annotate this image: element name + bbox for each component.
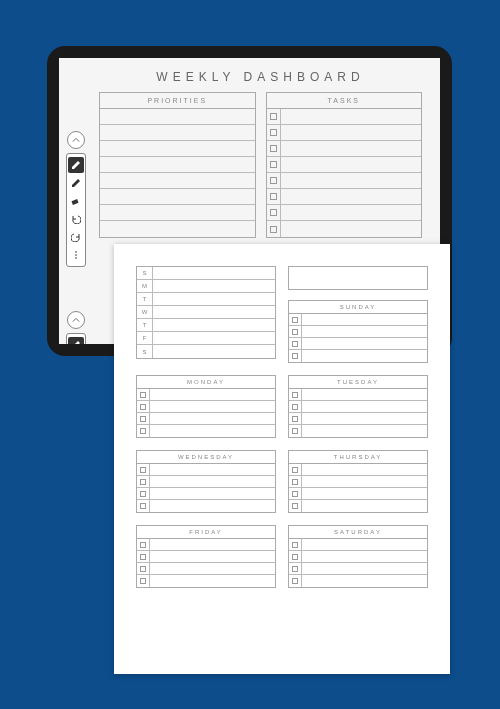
checkbox-icon[interactable]	[140, 491, 146, 497]
checkbox-icon[interactable]	[292, 416, 298, 422]
task-checkbox-cell	[267, 221, 281, 237]
day-task-line[interactable]	[137, 476, 275, 488]
day-task-line[interactable]	[137, 551, 275, 563]
checkbox-icon[interactable]	[292, 578, 298, 584]
task-line[interactable]	[267, 141, 422, 157]
checkbox-icon[interactable]	[270, 161, 277, 168]
day-task-line[interactable]	[289, 563, 427, 575]
priority-line[interactable]	[100, 141, 255, 157]
checkbox-icon[interactable]	[292, 329, 298, 335]
checkbox-icon[interactable]	[292, 491, 298, 497]
highlighter-tool-button[interactable]	[68, 175, 84, 191]
day-task-line[interactable]	[289, 476, 427, 488]
more-button[interactable]	[68, 247, 84, 263]
day-task-line[interactable]	[137, 425, 275, 437]
checkbox-icon[interactable]	[292, 554, 298, 560]
day-header: WEDNESDAY	[137, 451, 275, 464]
day-task-line[interactable]	[289, 488, 427, 500]
checkbox-icon[interactable]	[292, 467, 298, 473]
habit-row[interactable]: S	[137, 267, 275, 280]
task-line[interactable]	[267, 109, 422, 125]
priority-line[interactable]	[100, 109, 255, 125]
checkbox-icon[interactable]	[292, 353, 298, 359]
day-task-line[interactable]	[289, 425, 427, 437]
checkbox-icon[interactable]	[140, 479, 146, 485]
checkbox-icon[interactable]	[140, 392, 146, 398]
day-task-line[interactable]	[289, 551, 427, 563]
habit-row[interactable]: F	[137, 332, 275, 345]
habit-row[interactable]: M	[137, 280, 275, 293]
checkbox-icon[interactable]	[140, 554, 146, 560]
checkbox-icon[interactable]	[140, 566, 146, 572]
habit-row[interactable]: S	[137, 345, 275, 358]
day-task-line[interactable]	[137, 575, 275, 587]
checkbox-icon[interactable]	[140, 404, 146, 410]
day-task-line[interactable]	[137, 539, 275, 551]
undo-button[interactable]	[68, 211, 84, 227]
toolbar-collapse-button[interactable]	[67, 311, 85, 329]
priority-line[interactable]	[100, 125, 255, 141]
day-task-line[interactable]	[289, 350, 427, 362]
checkbox-icon[interactable]	[292, 428, 298, 434]
day-task-line[interactable]	[289, 575, 427, 587]
pen-tool-button[interactable]	[68, 157, 84, 173]
day-checkbox-cell	[137, 488, 150, 499]
day-task-line[interactable]	[289, 464, 427, 476]
checkbox-icon[interactable]	[292, 341, 298, 347]
priority-line[interactable]	[100, 205, 255, 221]
checkbox-icon[interactable]	[140, 416, 146, 422]
day-task-line[interactable]	[137, 413, 275, 425]
day-task-line[interactable]	[137, 401, 275, 413]
task-line[interactable]	[267, 173, 422, 189]
checkbox-icon[interactable]	[270, 129, 277, 136]
checkbox-icon[interactable]	[292, 503, 298, 509]
day-task-line[interactable]	[289, 389, 427, 401]
pen-tool-button[interactable]	[68, 337, 84, 344]
day-task-line[interactable]	[289, 401, 427, 413]
day-task-line[interactable]	[137, 563, 275, 575]
checkbox-icon[interactable]	[292, 317, 298, 323]
day-task-line[interactable]	[289, 326, 427, 338]
day-task-line[interactable]	[289, 500, 427, 512]
priority-line[interactable]	[100, 221, 255, 237]
day-task-line[interactable]	[289, 338, 427, 350]
habit-row[interactable]: T	[137, 319, 275, 332]
priority-line[interactable]	[100, 173, 255, 189]
checkbox-icon[interactable]	[140, 428, 146, 434]
checkbox-icon[interactable]	[270, 113, 277, 120]
day-task-line[interactable]	[289, 539, 427, 551]
day-task-line[interactable]	[137, 488, 275, 500]
checkbox-icon[interactable]	[270, 177, 277, 184]
checkbox-icon[interactable]	[140, 467, 146, 473]
notes-box[interactable]	[288, 266, 428, 290]
day-task-line[interactable]	[137, 464, 275, 476]
habit-row[interactable]: W	[137, 306, 275, 319]
priority-line[interactable]	[100, 189, 255, 205]
checkbox-icon[interactable]	[140, 578, 146, 584]
priority-line[interactable]	[100, 157, 255, 173]
checkbox-icon[interactable]	[292, 404, 298, 410]
checkbox-icon[interactable]	[270, 209, 277, 216]
checkbox-icon[interactable]	[292, 392, 298, 398]
eraser-tool-button[interactable]	[68, 193, 84, 209]
day-task-line[interactable]	[289, 413, 427, 425]
checkbox-icon[interactable]	[140, 542, 146, 548]
redo-button[interactable]	[68, 229, 84, 245]
task-line[interactable]	[267, 189, 422, 205]
toolbar-collapse-button[interactable]	[67, 131, 85, 149]
checkbox-icon[interactable]	[292, 566, 298, 572]
task-line[interactable]	[267, 221, 422, 237]
checkbox-icon[interactable]	[292, 479, 298, 485]
day-task-line[interactable]	[137, 500, 275, 512]
day-task-line[interactable]	[289, 314, 427, 326]
day-task-line[interactable]	[137, 389, 275, 401]
checkbox-icon[interactable]	[270, 193, 277, 200]
checkbox-icon[interactable]	[292, 542, 298, 548]
task-line[interactable]	[267, 205, 422, 221]
checkbox-icon[interactable]	[140, 503, 146, 509]
task-line[interactable]	[267, 157, 422, 173]
checkbox-icon[interactable]	[270, 226, 277, 233]
habit-row[interactable]: T	[137, 293, 275, 306]
task-line[interactable]	[267, 125, 422, 141]
checkbox-icon[interactable]	[270, 145, 277, 152]
